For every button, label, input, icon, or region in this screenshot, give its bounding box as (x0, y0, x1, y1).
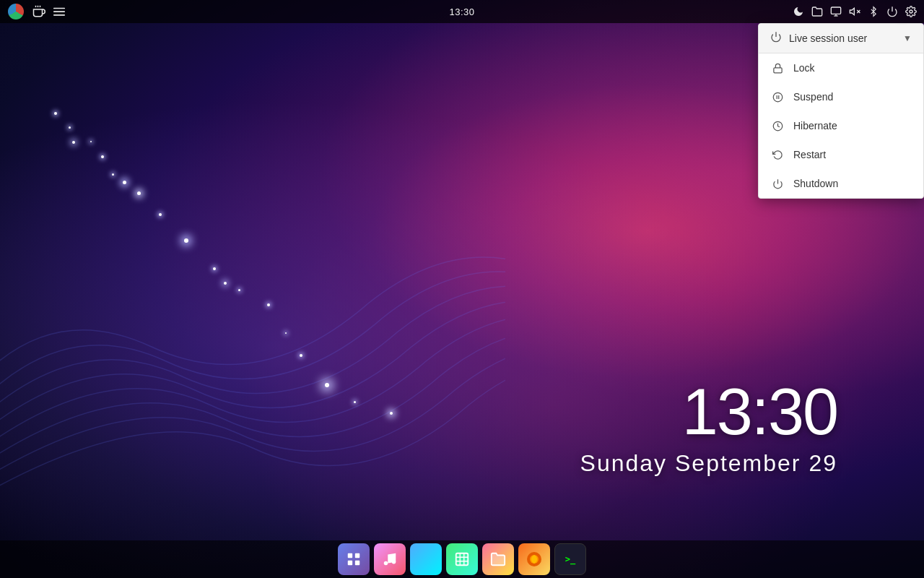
power-menu-shutdown[interactable]: Shutdown (759, 169, 923, 198)
menu-pointer (896, 23, 907, 24)
hibernate-icon (770, 118, 785, 133)
desktop-clock: 13:30 Sunday September 29 (580, 379, 837, 477)
svg-rect-6 (831, 7, 840, 14)
taskbar: >_ (0, 540, 924, 578)
panel-clock: 13:30 (449, 7, 474, 17)
dock-sheets[interactable] (446, 543, 478, 575)
dock-files[interactable] (482, 543, 514, 575)
suspend-label: Suspend (793, 91, 833, 103)
dock-notes[interactable] (410, 543, 442, 575)
power-menu-suspend[interactable]: Suspend (759, 82, 923, 111)
hibernate-label: Hibernate (793, 120, 837, 131)
svg-point-24 (392, 560, 396, 564)
dock-music[interactable] (374, 543, 406, 575)
power-menu: Live session user ▼ Lock Suspend (758, 23, 924, 199)
caffeine-icon[interactable] (32, 4, 46, 19)
clock-time: 13:30 (580, 379, 837, 444)
svg-rect-22 (355, 561, 359, 565)
shutdown-icon (770, 176, 785, 191)
app-menu-icon (8, 4, 24, 20)
svg-marker-9 (850, 8, 854, 14)
panel-right (791, 4, 918, 19)
power-menu-lock[interactable]: Lock (759, 53, 923, 82)
power-button[interactable] (885, 4, 899, 19)
svg-rect-5 (53, 14, 65, 16)
power-menu-user-label: Live session user (789, 33, 896, 44)
clock-date: Sunday September 29 (580, 450, 837, 477)
svg-rect-15 (773, 67, 781, 72)
power-menu-header[interactable]: Live session user ▼ (759, 24, 923, 53)
panel-time-label: 13:30 (449, 7, 474, 17)
power-menu-chevron: ▼ (903, 33, 912, 43)
terminal-label: >_ (565, 554, 575, 564)
top-panel: 13:30 (0, 0, 924, 23)
svg-rect-19 (348, 553, 352, 558)
desktop: 13:30 (0, 0, 924, 578)
volume-icon[interactable] (847, 4, 862, 19)
svg-rect-20 (355, 553, 359, 558)
svg-point-23 (384, 561, 388, 566)
restart-icon (770, 147, 785, 162)
bluetooth-icon[interactable] (866, 4, 881, 19)
power-menu-header-icon (770, 31, 782, 46)
power-menu-hibernate[interactable]: Hibernate (759, 111, 923, 140)
power-menu-restart[interactable]: Restart (759, 140, 923, 169)
screenshot-icon[interactable] (829, 4, 843, 19)
lock-icon (770, 61, 785, 75)
files-panel-icon[interactable] (810, 4, 824, 19)
dock-terminal[interactable]: >_ (554, 543, 586, 575)
svg-point-16 (773, 92, 783, 102)
svg-rect-21 (348, 561, 352, 565)
restart-label: Restart (793, 149, 826, 160)
menu-icon[interactable] (52, 4, 66, 19)
svg-rect-4 (53, 11, 65, 12)
lock-label: Lock (793, 62, 815, 74)
svg-point-13 (910, 10, 912, 13)
app-menu-button[interactable] (6, 1, 26, 22)
svg-rect-29 (456, 553, 468, 566)
svg-rect-3 (53, 8, 65, 9)
dock-firefox[interactable] (518, 543, 550, 575)
dock-app-grid[interactable] (338, 543, 370, 575)
settings-icon[interactable] (904, 4, 918, 19)
shutdown-label: Shutdown (793, 178, 838, 189)
night-mode-icon[interactable] (791, 4, 806, 19)
panel-left (6, 1, 66, 22)
suspend-icon (770, 90, 785, 104)
